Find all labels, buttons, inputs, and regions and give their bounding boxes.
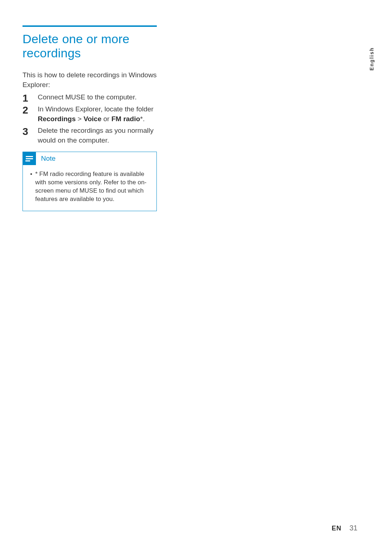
footer-page: 31 [350,524,358,532]
step-1-text: Connect MUSE to the computer. [38,93,136,101]
step-2-b3: FM radio [111,115,140,123]
intro-text: This is how to delete recordings in Wind… [23,70,157,90]
step-2-gt: > [76,115,84,123]
footer-lang: EN [332,525,342,532]
step-2-b1: Recordings [38,115,76,123]
page-footer: EN 31 [332,524,358,532]
note-icon [23,152,36,165]
step-3-text: Delete the recordings as you normally wo… [38,127,154,144]
step-1: Connect MUSE to the computer. [23,93,157,102]
step-3: Delete the recordings as you normally wo… [23,126,157,145]
note-label: Note [41,155,56,163]
note-item: * FM radio recording feature is availabl… [30,170,151,204]
note-header: Note [23,152,156,165]
language-tag: English [369,47,375,71]
note-text: * FM radio recording feature is availabl… [35,171,147,202]
step-2-b2: Voice [83,115,101,123]
step-2-pre: In Windows Explorer, locate the folder [38,105,154,113]
steps-list: Connect MUSE to the computer. In Windows… [23,93,157,145]
note-body: * FM radio recording feature is availabl… [23,165,156,211]
step-2: In Windows Explorer, locate the folder R… [23,104,157,124]
content-column: Delete one or more recordings This is ho… [23,25,157,211]
note-box: Note * FM radio recording feature is ava… [23,152,157,211]
section-title: Delete one or more recordings [23,32,157,60]
title-rule [23,25,157,27]
step-2-post: *. [140,115,145,123]
step-2-or: or [101,115,111,123]
